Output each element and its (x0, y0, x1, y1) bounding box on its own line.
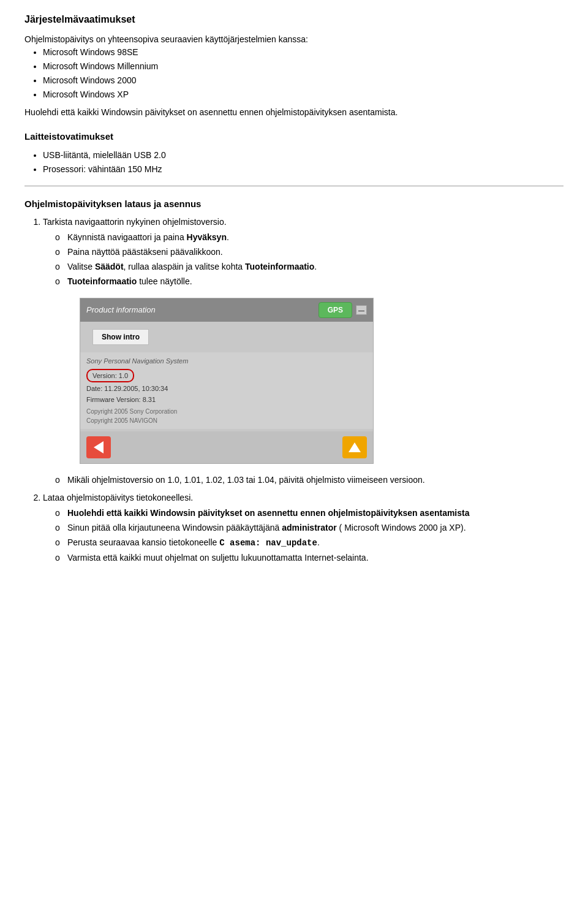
install-steps: Tarkista navigaattorin nykyinen ohjelmis… (43, 216, 564, 564)
product-info-title: Product information (86, 304, 156, 316)
sony-title: Sony Personal Navigation System (86, 356, 367, 366)
windows-warning: Huolehdi että kaikki Windowsin päivityks… (24, 106, 564, 119)
copyright1: Copyright 2005 Sony Corporation (86, 407, 367, 416)
step2-substeps: Huolehdi että kaikki Windowsin päivityks… (67, 507, 564, 564)
install-heading: Ohjelmistopäivityksen lataus ja asennus (24, 197, 564, 211)
software-intro: Ohjelmistopäivitys on yhteensopiva seura… (24, 33, 564, 46)
page-title: Järjestelmävaatimukset (24, 12, 564, 27)
list-item: Microsoft Windows XP (43, 88, 564, 101)
arrow-up-icon (349, 442, 361, 452)
gps-button[interactable]: GPS (318, 302, 352, 318)
back-arrow-button[interactable] (86, 436, 111, 458)
step2-text: Lataa ohjelmistopäivitys tietokoneellesi… (43, 493, 193, 502)
substep-2-2: Sinun pitää olla kirjautuneena Windowsin… (67, 521, 564, 534)
product-info-box: Product information GPS — Show intro Son… (80, 298, 374, 464)
product-info-header: Product information GPS — (80, 298, 373, 322)
product-info-footer (80, 431, 373, 463)
os-list: Microsoft Windows 98SE Microsoft Windows… (43, 46, 564, 101)
nav-arrow-button[interactable] (342, 436, 367, 458)
substep-1: Käynnistä navigaattori ja paina Hyväksyn… (67, 231, 564, 244)
substep-3: Valitse Säädöt, rullaa alaspäin ja valit… (67, 260, 564, 273)
step1-text: Tarkista navigaattorin nykyinen ohjelmis… (43, 217, 227, 227)
substep-4: Tuoteinformaatio tulee näytölle. (67, 275, 564, 288)
list-item: Prosessori: vähintään 150 MHz (43, 163, 564, 176)
list-item: Microsoft Windows 2000 (43, 74, 564, 87)
version-note: Mikäli ohjelmistoversio on 1.0, 1.01, 1.… (67, 474, 564, 487)
list-item: Microsoft Windows 98SE (43, 46, 564, 59)
step-2: Lataa ohjelmistopäivitys tietokoneellesi… (43, 491, 564, 564)
minimize-button[interactable]: — (356, 305, 367, 315)
substep-2-4: Varmista että kaikki muut ohjelmat on su… (67, 551, 564, 564)
date-label: Date: 11.29.2005, 10:30:34 (86, 384, 367, 394)
list-item: Microsoft Windows Millennium (43, 60, 564, 73)
step-1: Tarkista navigaattorin nykyinen ohjelmis… (43, 216, 564, 487)
hardware-list: USB-liitäntä, mielellään USB 2.0 Prosess… (43, 149, 564, 176)
substep-2-3: Perusta seuraavaa kansio tietokoneelle C… (67, 536, 564, 550)
firmware-label: Firmware Version: 8.31 (86, 395, 367, 405)
list-item: USB-liitäntä, mielellään USB 2.0 (43, 149, 564, 162)
copyright2: Copyright 2005 NAVIGON (86, 416, 367, 425)
divider (24, 186, 564, 186)
step1-substeps: Käynnistä navigaattori ja paina Hyväksyn… (67, 231, 564, 288)
substep-2-1: Huolehdi että kaikki Windowsin päivityks… (67, 507, 564, 520)
version-highlight: Version: 1.0 (86, 369, 367, 384)
arrow-left-icon (94, 441, 104, 453)
version-note-list: Mikäli ohjelmistoversio on 1.0, 1.01, 1.… (67, 474, 564, 487)
product-info-body: Sony Personal Navigation System Version:… (80, 352, 373, 429)
version-label: Version: 1.0 (86, 369, 134, 383)
show-intro-button[interactable]: Show intro (92, 329, 149, 345)
page-content: Järjestelmävaatimukset Ohjelmistopäivity… (24, 12, 564, 564)
hardware-heading: Laitteistovatimukset (24, 130, 564, 144)
substep-2: Paina näyttöä päästäkseni päävalikkoon. (67, 246, 564, 259)
